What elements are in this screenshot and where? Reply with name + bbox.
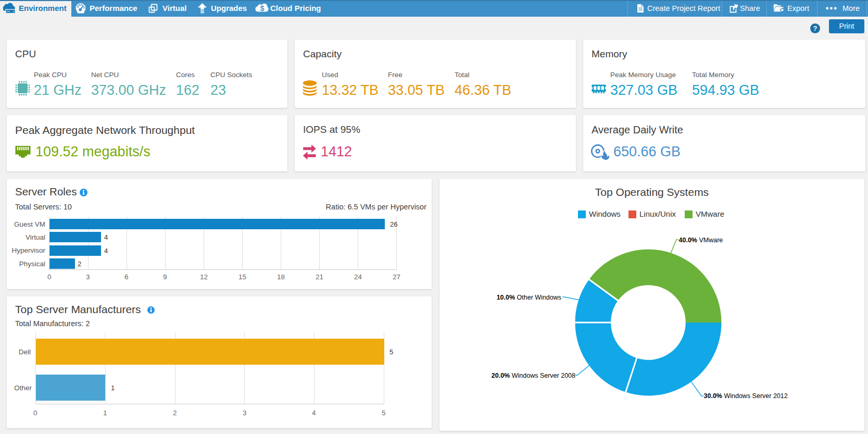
svg-text:10.0% Other Windows: 10.0% Other Windows — [497, 294, 561, 301]
svg-text:40.0% VMware: 40.0% VMware — [679, 237, 723, 244]
svg-text:$: $ — [260, 4, 265, 13]
svg-text:20.0% Windows Server 2008: 20.0% Windows Server 2008 — [492, 372, 575, 379]
svg-text:30.0% Windows Server 2012: 30.0% Windows Server 2012 — [704, 392, 788, 400]
